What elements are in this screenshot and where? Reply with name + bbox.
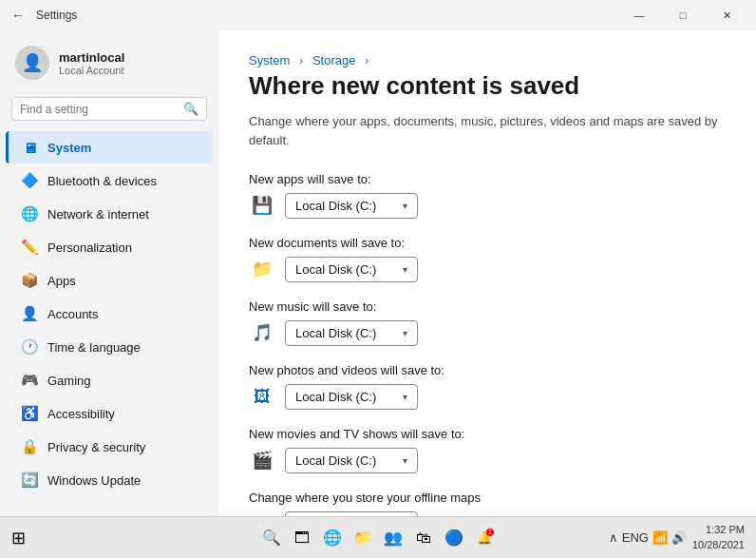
sidebar-label-gaming: Gaming (47, 374, 91, 388)
minimize-button[interactable]: — (617, 0, 661, 30)
privacy-icon: 🔒 (21, 438, 38, 455)
taskbar-teams-icon[interactable]: 👥 (382, 527, 405, 549)
save-option-label-1: New documents will save to: (249, 236, 726, 250)
maximize-button[interactable]: □ (661, 0, 705, 30)
sidebar-item-accessibility[interactable]: ♿ Accessibility (6, 397, 213, 430)
account-type: Local Account (59, 65, 124, 76)
breadcrumb-storage[interactable]: Storage (312, 53, 356, 67)
network-icon: 📶 (652, 530, 668, 545)
dropdown-arrow-4: ▾ (403, 455, 407, 466)
dropdown-arrow-2: ▾ (403, 328, 407, 338)
taskbar-taskview-icon[interactable]: 🗔 (291, 527, 313, 549)
save-option-0: New apps will save to: 💾 Local Disk (C:)… (249, 172, 726, 219)
taskbar: ⊞ 🔍 🗔 🌐 📁 👥 🛍 🔵 🔔1 ∧ ENG 📶 🔊 1:32 PM 10/… (0, 516, 756, 558)
title-bar-left: ← Settings (8, 4, 77, 27)
sidebar-label-personalization: Personalization (47, 241, 132, 255)
sidebar-item-bluetooth[interactable]: 🔷 Bluetooth & devices (6, 164, 213, 197)
taskbar-clock[interactable]: 1:32 PM 10/28/2021 (692, 523, 745, 552)
title-bar-controls: — □ ✕ (617, 0, 748, 30)
sidebar-label-windows_update: Windows Update (47, 473, 141, 488)
taskbar-notifications-icon[interactable]: 🔔1 (473, 527, 496, 549)
sidebar-label-accessibility: Accessibility (47, 407, 115, 421)
search-icon: 🔍 (183, 102, 198, 116)
save-option-1: New documents will save to: 📁 Local Disk… (249, 236, 726, 282)
sidebar-item-system[interactable]: 🖥 System (6, 131, 213, 164)
taskbar-center: 🔍 🗔 🌐 📁 👥 🛍 🔵 🔔1 (260, 527, 496, 549)
disk-dropdown-2[interactable]: Local Disk (C:) ▾ (285, 320, 418, 346)
sidebar-label-system: System (47, 141, 91, 155)
taskbar-search-icon[interactable]: 🔍 (260, 527, 283, 549)
disk-dropdown-0[interactable]: Local Disk (C:) ▾ (285, 193, 418, 219)
taskbar-sys-icons: ∧ ENG 📶 🔊 (609, 530, 687, 545)
windows_update-icon: 🔄 (21, 471, 38, 489)
sidebar-item-gaming[interactable]: 🎮 Gaming (6, 364, 213, 396)
taskbar-date-display: 10/28/2021 (692, 538, 745, 552)
disk-dropdown-1[interactable]: Local Disk (C:) ▾ (285, 257, 418, 282)
title-bar: ← Settings — □ ✕ (0, 0, 756, 30)
sidebar-item-privacy[interactable]: 🔒 Privacy & security (6, 431, 213, 463)
disk-dropdown-4[interactable]: Local Disk (C:) ▾ (285, 448, 418, 473)
disk-value-3: Local Disk (C:) (295, 390, 376, 404)
apps-icon: 📦 (21, 272, 38, 289)
save-option-row-3: 🖼 Local Disk (C:) ▾ (249, 383, 726, 410)
dropdown-arrow-1: ▾ (403, 264, 407, 275)
bluetooth-icon: 🔷 (21, 172, 38, 189)
taskbar-explorer-icon[interactable]: 📁 (351, 527, 374, 549)
lang-indicator[interactable]: ENG (622, 530, 649, 545)
disk-value-4: Local Disk (C:) (295, 453, 376, 468)
gaming-icon: 🎮 (21, 372, 38, 389)
system-icon: 🖥 (21, 139, 38, 156)
breadcrumb-system[interactable]: System (249, 53, 290, 67)
sidebar-label-apps: Apps (47, 274, 76, 288)
sidebar-item-personalization[interactable]: ✏️ Personalization (6, 231, 213, 263)
back-button[interactable]: ← (8, 4, 28, 27)
windows-logo[interactable]: ⊞ (11, 528, 26, 548)
username: martinlocal (59, 50, 124, 65)
taskbar-start[interactable]: ⊞ (11, 528, 26, 548)
accounts-icon: 👤 (21, 305, 38, 322)
sidebar-item-windows_update[interactable]: 🔄 Windows Update (6, 464, 213, 496)
save-option-label-4: New movies and TV shows will save to: (249, 427, 726, 441)
save-option-label-2: New music will save to: (249, 299, 726, 314)
disk-value-2: Local Disk (C:) (295, 326, 376, 340)
disk-value-0: Local Disk (C:) (295, 199, 376, 213)
sidebar-label-bluetooth: Bluetooth & devices (47, 174, 157, 188)
sidebar-item-apps[interactable]: 📦 Apps (6, 264, 213, 297)
accessibility-icon: ♿ (21, 405, 38, 422)
app-body: 👤 martinlocal Local Account 🔍 🖥 System 🔷… (0, 30, 756, 516)
taskbar-right: ∧ ENG 📶 🔊 1:32 PM 10/28/2021 (609, 523, 745, 552)
options-container: New apps will save to: 💾 Local Disk (C:)… (249, 172, 726, 516)
disk-dropdown-3[interactable]: Local Disk (C:) ▾ (285, 384, 418, 410)
title-bar-title: Settings (36, 9, 77, 22)
sidebar-item-time[interactable]: 🕐 Time & language (6, 331, 213, 363)
taskbar-store-icon[interactable]: 🛍 (412, 527, 435, 549)
save-option-row-4: 🎬 Local Disk (C:) ▾ (249, 447, 726, 473)
content-area: System › Storage › Where new content is … (218, 30, 756, 516)
personalization-icon: ✏️ (21, 239, 38, 256)
breadcrumb: System › Storage › (249, 53, 726, 67)
disk-value-1: Local Disk (C:) (295, 262, 376, 277)
taskbar-chrome-icon[interactable]: 🔵 (443, 527, 465, 549)
search-input[interactable] (20, 103, 178, 116)
sidebar-item-accounts[interactable]: 👤 Accounts (6, 298, 213, 330)
sidebar-label-accounts: Accounts (47, 307, 98, 321)
search-box[interactable]: 🔍 (11, 97, 207, 121)
save-option-label-3: New photos and videos will save to: (249, 363, 726, 377)
option-icon-3: 🖼 (249, 383, 275, 410)
page-title: Where new content is saved (249, 71, 726, 101)
dropdown-arrow-0: ▾ (403, 201, 407, 211)
save-option-row-0: 💾 Local Disk (C:) ▾ (249, 192, 726, 219)
close-button[interactable]: ✕ (705, 0, 748, 30)
time-icon: 🕐 (21, 338, 38, 356)
sidebar-label-time: Time & language (47, 340, 141, 355)
chevron-up-icon[interactable]: ∧ (609, 530, 618, 545)
taskbar-time-display: 1:32 PM (692, 523, 745, 537)
network-icon: 🌐 (21, 205, 38, 222)
option-icon-0: 💾 (249, 192, 275, 219)
option-icon-2: 🎵 (249, 319, 275, 346)
page-description: Change where your apps, documents, music… (249, 112, 726, 149)
save-option-3: New photos and videos will save to: 🖼 Lo… (249, 363, 726, 410)
taskbar-edge-icon[interactable]: 🌐 (321, 527, 344, 549)
sidebar-item-network[interactable]: 🌐 Network & internet (6, 198, 213, 230)
breadcrumb-sep2: › (365, 53, 369, 67)
